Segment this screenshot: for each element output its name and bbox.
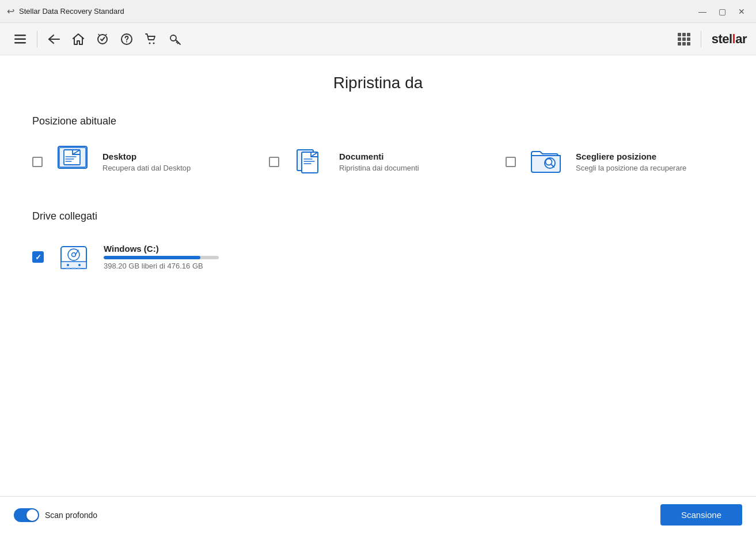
desktop-icon <box>55 144 90 180</box>
cart-button[interactable] <box>140 28 162 50</box>
svg-rect-13 <box>302 152 318 173</box>
svg-point-7 <box>153 42 155 44</box>
section1-title: Posizione abituale <box>32 115 724 127</box>
stellar-logo-accent: l <box>732 32 736 46</box>
title-bar: ↩ Stellar Data Recovery Standard — ▢ ✕ <box>0 0 756 23</box>
close-button[interactable]: ✕ <box>734 4 749 19</box>
bottom-bar: Scan profondo Scansione <box>0 496 756 533</box>
main-content: Ripristina da Posizione abituale <box>0 55 756 496</box>
desktop-icon-wrap <box>52 141 93 183</box>
documents-card-subtitle: Ripristina dai documenti <box>339 164 419 172</box>
back-button[interactable] <box>43 28 65 50</box>
desktop-info: Desktop Recupera dati dal Desktop <box>102 152 191 172</box>
choose-location-card[interactable]: Scegliere posizione Scegli la posizione … <box>506 141 724 183</box>
documents-card[interactable]: Documenti Ripristina dai documenti <box>269 141 487 183</box>
drive-progress-fill <box>104 256 200 259</box>
back-arrow-icon: ↩ <box>7 6 14 17</box>
toolbar-right: stellar <box>678 31 747 47</box>
key-button[interactable] <box>164 28 186 50</box>
title-bar-left: ↩ Stellar Data Recovery Standard <box>7 6 124 17</box>
toolbar: stellar <box>0 23 756 55</box>
page-title: Ripristina da <box>32 74 724 92</box>
svg-rect-11 <box>64 150 80 165</box>
hard-drive-icon <box>55 239 92 275</box>
toggle-label: Scan profondo <box>45 511 97 520</box>
desktop-checkbox[interactable] <box>32 157 43 167</box>
desktop-card-subtitle: Recupera dati dal Desktop <box>102 164 191 172</box>
apps-grid-icon[interactable] <box>678 33 690 46</box>
svg-point-21 <box>78 264 81 266</box>
drive-checkbox[interactable] <box>32 251 44 263</box>
svg-point-20 <box>67 264 69 266</box>
drive-progress-bar <box>104 256 219 259</box>
svg-rect-24 <box>77 267 81 269</box>
stellar-logo: stellar <box>712 32 747 47</box>
minimize-button[interactable]: — <box>695 4 710 19</box>
documents-icon-wrap <box>288 141 330 183</box>
drive-item-c[interactable]: Windows (C:) 398.20 GB liberi di 476.16 … <box>32 236 724 278</box>
choose-location-icon <box>528 144 564 180</box>
toolbar-right-divider <box>701 31 701 47</box>
drive-name: Windows (C:) <box>104 244 219 254</box>
home-button[interactable] <box>67 28 89 50</box>
svg-rect-23 <box>71 267 76 269</box>
deep-scan-toggle[interactable] <box>14 508 39 522</box>
svg-rect-1 <box>14 38 26 40</box>
documents-checkbox[interactable] <box>269 157 279 167</box>
desktop-card-title: Desktop <box>102 152 191 161</box>
drive-info: Windows (C:) 398.20 GB liberi di 476.16 … <box>104 244 219 270</box>
recover-icon <box>96 33 109 46</box>
back-icon <box>48 34 60 44</box>
desktop-card[interactable]: Desktop Recupera dati dal Desktop <box>32 141 250 183</box>
window-title: Stellar Data Recovery Standard <box>19 7 124 16</box>
choose-location-checkbox[interactable] <box>506 157 516 167</box>
scan-button[interactable]: Scansione <box>660 504 742 526</box>
svg-point-5 <box>126 41 127 42</box>
svg-rect-22 <box>66 267 70 269</box>
key-icon <box>169 33 181 46</box>
svg-rect-0 <box>14 35 26 36</box>
cart-icon <box>145 33 157 46</box>
section-common-location: Posizione abituale <box>32 115 724 183</box>
documents-icon <box>291 144 327 180</box>
maximize-button[interactable]: ▢ <box>715 4 730 19</box>
help-button[interactable] <box>116 28 138 50</box>
menu-icon <box>14 35 26 44</box>
drive-size: 398.20 GB liberi di 476.16 GB <box>104 262 219 270</box>
section2-title: Drive collegati <box>32 210 724 222</box>
title-bar-controls: — ▢ ✕ <box>695 4 749 19</box>
documents-info: Documenti Ripristina dai documenti <box>339 152 419 172</box>
choose-location-card-title: Scegliere posizione <box>576 152 686 161</box>
toggle-container: Scan profondo <box>14 508 97 522</box>
home-icon <box>72 33 85 46</box>
svg-rect-2 <box>14 42 26 44</box>
svg-point-6 <box>149 42 151 44</box>
section-connected-drives: Drive collegati <box>32 210 724 278</box>
cards-grid: Desktop Recupera dati dal Desktop <box>32 141 724 183</box>
toolbar-left <box>9 28 186 50</box>
drive-icon-wrap <box>53 236 94 278</box>
toolbar-divider <box>37 31 37 47</box>
help-icon <box>120 33 133 46</box>
choose-location-card-subtitle: Scegli la posizione da recuperare <box>576 164 686 172</box>
choose-location-info: Scegliere posizione Scegli la posizione … <box>576 152 686 172</box>
recover-button[interactable] <box>92 28 113 50</box>
documents-card-title: Documenti <box>339 152 419 161</box>
choose-location-icon-wrap <box>525 141 567 183</box>
toggle-knob <box>26 509 38 521</box>
menu-button[interactable] <box>9 28 31 50</box>
